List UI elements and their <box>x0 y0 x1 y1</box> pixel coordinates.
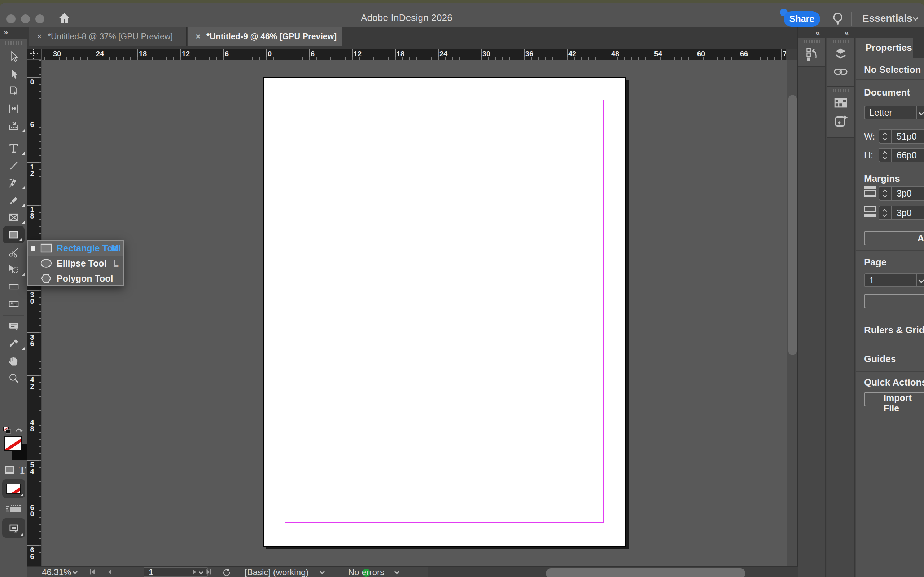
selection-tool[interactable] <box>0 48 27 65</box>
toolbar-expand-icon[interactable]: » <box>3 28 7 37</box>
zoom-button[interactable] <box>36 15 44 23</box>
height-label: H: <box>864 150 873 161</box>
margin-top-stepper[interactable] <box>879 186 892 200</box>
apply-none-icon <box>6 484 21 494</box>
type-tool[interactable] <box>0 140 27 157</box>
horizontal-scrollbar[interactable] <box>428 567 798 577</box>
flyout-indicator <box>22 187 24 189</box>
first-page-icon[interactable] <box>89 568 97 576</box>
page-secondary-button[interactable] <box>864 294 924 308</box>
height-stepper[interactable] <box>879 148 892 162</box>
section-guides[interactable]: Guides <box>864 353 896 364</box>
ruler-label: 6 0 <box>27 504 37 517</box>
dock-strip-empty <box>798 67 826 577</box>
panel-grip[interactable] <box>833 89 849 92</box>
direct-selection-tool[interactable] <box>0 65 27 82</box>
close-button[interactable] <box>6 15 16 23</box>
hand-tool[interactable] <box>0 352 27 370</box>
horizontal-scrollbar-thumb[interactable] <box>546 568 745 577</box>
workspace-switcher[interactable]: Essentials <box>862 13 913 24</box>
layers-panel-icon[interactable] <box>833 46 848 61</box>
window-title: Adobe InDesign 2026 <box>361 12 455 23</box>
links-panel-icon[interactable] <box>833 64 848 79</box>
document-tab-untitled-9[interactable]: ×*Untitled-9 @ 46% [GPU Preview] <box>187 27 342 46</box>
ellipse-tool-menu-item[interactable]: Ellipse ToolL <box>28 256 123 271</box>
height-value[interactable]: 66p0 <box>892 148 924 162</box>
width-stepper[interactable] <box>879 129 892 143</box>
flyout-indicator <box>22 221 24 224</box>
pages-panel-icon[interactable] <box>804 46 819 61</box>
chevron-down-icon[interactable] <box>73 569 78 574</box>
fill-none-swatch[interactable] <box>4 436 23 451</box>
current-page-select[interactable]: 1 <box>864 273 924 287</box>
ruler-label: 30 <box>53 50 61 58</box>
home-icon[interactable] <box>57 11 71 25</box>
cc-libraries-panel-icon[interactable] <box>833 113 848 128</box>
preflight-profile[interactable]: [Basic] (working) <box>245 567 309 577</box>
pencil-tool[interactable] <box>0 192 27 209</box>
zoom-level[interactable]: 46.31% <box>42 567 71 577</box>
line-tool[interactable] <box>0 157 27 174</box>
pen-tool[interactable] <box>0 174 27 192</box>
flyout-indicator <box>22 152 24 155</box>
free-transform-tool[interactable] <box>0 261 27 278</box>
panel-grip[interactable] <box>804 40 820 43</box>
eyedropper-tool[interactable] <box>0 335 27 352</box>
lightbulb-icon[interactable] <box>830 11 846 27</box>
ruler-label: 4 2 <box>27 377 37 390</box>
tab-properties[interactable]: Properties <box>856 38 913 58</box>
scissors-tool[interactable] <box>0 243 27 261</box>
section-rulers-grids[interactable]: Rulers & Grids <box>864 324 924 336</box>
formatting-affects-container-icon[interactable] <box>5 466 15 474</box>
apply-none-button[interactable] <box>2 479 25 498</box>
import-file-button[interactable]: Import File <box>864 392 924 406</box>
page-size-select[interactable]: Letter <box>864 106 924 119</box>
margin-top-value[interactable]: 3p0 <box>892 186 924 200</box>
screen-mode-button[interactable] <box>2 518 25 538</box>
swatches-panel-icon[interactable] <box>833 95 848 110</box>
ruler-label: 18 <box>396 50 404 58</box>
next-page-icon[interactable] <box>190 568 199 576</box>
content-collector-tool[interactable] <box>0 117 27 134</box>
zoom-tool[interactable] <box>0 370 27 387</box>
share-button[interactable]: Share <box>783 11 820 27</box>
polygon-tool-menu-item[interactable]: Polygon Tool <box>28 271 123 286</box>
margin-bottom-row: 3p0 <box>864 206 924 220</box>
preflight-status[interactable]: No errors <box>348 567 384 577</box>
chevron-down-icon[interactable] <box>320 569 325 574</box>
rectangle-tool-menu-item[interactable]: Rectangle ToolM <box>28 240 123 256</box>
panel-grip[interactable] <box>833 40 849 43</box>
preflight-icon[interactable] <box>222 567 232 577</box>
minimize-button[interactable] <box>21 15 30 23</box>
previous-page-icon[interactable] <box>105 568 114 576</box>
margin-bottom-value[interactable]: 3p0 <box>892 206 924 220</box>
collapse-panels-icon[interactable]: « <box>845 29 848 37</box>
dashed-grid-icon[interactable] <box>5 504 23 513</box>
formatting-affects-text-icon[interactable]: T <box>19 464 26 476</box>
tools-panel-grip[interactable] <box>5 41 22 45</box>
gap-tool[interactable] <box>0 100 27 117</box>
last-page-icon[interactable] <box>204 568 213 576</box>
vertical-scrollbar-thumb[interactable] <box>788 95 796 355</box>
gradient-feather-tool[interactable] <box>0 295 27 313</box>
page-size-value: Letter <box>869 108 892 118</box>
page-tool[interactable] <box>0 82 27 100</box>
vertical-scrollbar[interactable] <box>787 60 797 569</box>
rectangle-frame-tool[interactable] <box>0 209 27 226</box>
close-tab-icon[interactable]: × <box>37 27 42 46</box>
horizontal-ruler: 302418126061218243036424854606672 <box>42 49 786 60</box>
collapse-panels-icon[interactable]: « <box>816 29 819 37</box>
note-tool[interactable] <box>0 318 27 335</box>
close-tab-icon[interactable]: × <box>195 27 200 46</box>
swap-fill-stroke-icon[interactable] <box>3 426 25 436</box>
document-tab-untitled-8[interactable]: ×*Untitled-8 @ 37% [GPU Preview] <box>29 27 187 46</box>
width-value[interactable]: 51p0 <box>892 129 924 143</box>
ruler-origin-corner[interactable] <box>27 49 42 60</box>
gradient-swatch-tool[interactable] <box>0 278 27 295</box>
ruler-label: 60 <box>697 50 705 58</box>
chevron-down-icon[interactable] <box>394 569 399 574</box>
ruler-label: 12 <box>182 50 190 58</box>
rectangle-tool[interactable] <box>3 226 24 243</box>
adjust-layout-button[interactable]: A <box>864 231 924 245</box>
margin-bottom-stepper[interactable] <box>879 206 892 220</box>
